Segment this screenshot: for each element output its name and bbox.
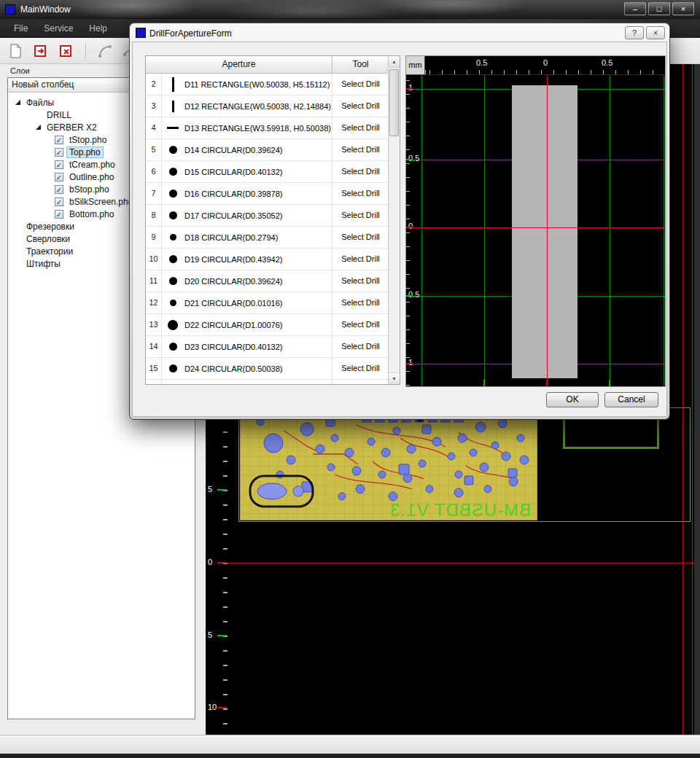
layer-checkbox[interactable]: ✓ bbox=[55, 210, 63, 219]
aperture-cell: D25 CIRCULAR(D0.50038) bbox=[162, 380, 332, 384]
scrollbar-thumb[interactable] bbox=[389, 69, 399, 136]
row-number: 16 bbox=[146, 380, 162, 384]
preview-y-axis bbox=[547, 75, 548, 386]
window-controls: – □ × bbox=[624, 2, 694, 15]
canvas-green-guide bbox=[692, 64, 693, 735]
aperture-cell: D16 CIRCULAR(D0.39878) bbox=[162, 183, 332, 204]
cancel-button[interactable]: Cancel bbox=[604, 392, 658, 407]
aperture-row[interactable]: 12D21 CIRCULAR(D0.01016)Select Drill bbox=[146, 292, 389, 314]
select-drill-button[interactable]: Select Drill bbox=[332, 139, 389, 160]
tree-item-label: Файлы bbox=[24, 98, 56, 108]
minimize-button[interactable]: – bbox=[624, 2, 646, 15]
pcb-silkscreen-text: BM-USBDT V1.3 bbox=[389, 500, 531, 520]
scroll-up-icon[interactable]: ▲ bbox=[389, 56, 400, 68]
drill-for-aperture-dialog: DrillForApertureForm ? × Aperture Tool 2… bbox=[130, 23, 669, 419]
ruler-tick bbox=[406, 88, 413, 90]
aperture-cell: D14 CIRCULAR(D0.39624) bbox=[162, 139, 332, 160]
layer-checkbox[interactable]: ✓ bbox=[55, 160, 63, 169]
expander-icon[interactable] bbox=[36, 125, 44, 130]
row-number: 7 bbox=[146, 183, 162, 204]
select-drill-button[interactable]: Select Drill bbox=[332, 249, 389, 270]
column-header-aperture[interactable]: Aperture bbox=[146, 56, 332, 73]
preview-gridline bbox=[664, 75, 664, 386]
new-file-button[interactable] bbox=[6, 42, 25, 60]
select-drill-button[interactable]: Select Drill bbox=[332, 205, 389, 226]
close-file-button[interactable] bbox=[57, 42, 76, 60]
maximize-button[interactable]: □ bbox=[648, 2, 670, 15]
aperture-row[interactable]: 14D23 CIRCULAR(D0.40132)Select Drill bbox=[146, 336, 389, 358]
dialog-help-button[interactable]: ? bbox=[625, 26, 644, 39]
row-number: 8 bbox=[146, 205, 162, 226]
layer-checkbox[interactable]: ✓ bbox=[55, 148, 63, 157]
new-file-icon bbox=[7, 43, 23, 59]
layer-checkbox[interactable]: ✓ bbox=[55, 198, 63, 206]
select-drill-button[interactable]: Select Drill bbox=[332, 270, 389, 292]
board-cutout-outline bbox=[563, 417, 659, 449]
arc-tool-button[interactable] bbox=[96, 42, 114, 60]
dialog-close-button[interactable]: × bbox=[646, 26, 665, 39]
aperture-row[interactable]: 5D14 CIRCULAR(D0.39624)Select Drill bbox=[146, 139, 389, 161]
select-drill-button[interactable]: Select Drill bbox=[332, 227, 389, 248]
select-drill-button[interactable]: Select Drill bbox=[332, 314, 389, 335]
layer-checkbox[interactable]: ✓ bbox=[55, 173, 63, 181]
aperture-row[interactable]: 10D19 CIRCULAR(D0.43942)Select Drill bbox=[146, 249, 389, 270]
select-drill-button[interactable]: Select Drill bbox=[332, 95, 389, 117]
aperture-row[interactable]: 9D18 CIRCULAR(D0.2794)Select Drill bbox=[146, 227, 389, 249]
ok-button[interactable]: OK bbox=[546, 392, 599, 407]
open-gerber-button[interactable] bbox=[31, 42, 50, 60]
row-number: 9 bbox=[146, 227, 162, 248]
tree-item-label: DRILL bbox=[44, 110, 74, 120]
aperture-cell: D20 CIRCULAR(D0.39624) bbox=[162, 270, 332, 292]
ruler-unit-label: mm bbox=[406, 56, 425, 75]
aperture-shape-icon bbox=[166, 168, 179, 176]
aperture-cell: D23 CIRCULAR(D0.40132) bbox=[162, 336, 332, 357]
aperture-row[interactable]: 7D16 CIRCULAR(D0.39878)Select Drill bbox=[146, 183, 389, 205]
ruler-label: 5 bbox=[208, 485, 212, 493]
aperture-label: D18 CIRCULAR(D0.2794) bbox=[184, 233, 278, 242]
select-drill-button[interactable]: Select Drill bbox=[332, 117, 389, 138]
aperture-row[interactable]: 3D12 RECTANGLE(W0.50038, H2.14884)Select… bbox=[146, 95, 389, 117]
aperture-row[interactable]: 2D11 RECTANGLE(W0.50038, H5.15112)Select… bbox=[146, 74, 389, 95]
aperture-shape-icon bbox=[166, 364, 179, 372]
ruler-label: 0 bbox=[208, 558, 212, 566]
aperture-label: D19 CIRCULAR(D0.43942) bbox=[184, 255, 283, 264]
aperture-row[interactable]: 16D25 CIRCULAR(D0.50038)Select Drill bbox=[146, 380, 389, 384]
menu-service[interactable]: Service bbox=[36, 20, 81, 36]
aperture-row[interactable]: 4D13 RECTANGLE(W3.59918, H0.50038)Select… bbox=[146, 117, 389, 139]
row-number: 3 bbox=[146, 95, 162, 117]
ruler-label: 0.5 bbox=[408, 290, 419, 299]
close-button[interactable]: × bbox=[672, 2, 694, 15]
select-drill-button[interactable]: Select Drill bbox=[332, 380, 389, 384]
ruler-tick bbox=[609, 380, 610, 386]
preview-gridline bbox=[484, 75, 485, 386]
aperture-row[interactable]: 11D20 CIRCULAR(D0.39624)Select Drill bbox=[146, 270, 389, 292]
dialog-titlebar[interactable]: DrillForApertureForm ? × bbox=[132, 26, 667, 42]
ruler-label: 1 bbox=[408, 358, 413, 367]
select-drill-button[interactable]: Select Drill bbox=[332, 161, 389, 182]
table-scrollbar[interactable]: ▲ ▼ bbox=[388, 56, 400, 384]
select-drill-button[interactable]: Select Drill bbox=[332, 74, 389, 95]
select-drill-button[interactable]: Select Drill bbox=[332, 183, 389, 204]
aperture-row[interactable]: 8D17 CIRCULAR(D0.35052)Select Drill bbox=[146, 205, 389, 227]
aperture-row[interactable]: 6D15 CIRCULAR(D0.40132)Select Drill bbox=[146, 161, 389, 183]
aperture-row[interactable]: 13D22 CIRCULAR(D1.00076)Select Drill bbox=[146, 314, 389, 336]
aperture-preview: mm 0.5 0 0.5 1 0.5 0 0.5 1 bbox=[405, 55, 666, 387]
column-header-tool[interactable]: Tool bbox=[332, 56, 389, 73]
scroll-down-icon[interactable]: ▼ bbox=[389, 372, 400, 384]
select-drill-button[interactable]: Select Drill bbox=[332, 292, 389, 313]
menu-file[interactable]: File bbox=[6, 20, 36, 36]
aperture-cell: D18 CIRCULAR(D0.2794) bbox=[162, 227, 332, 248]
select-drill-button[interactable]: Select Drill bbox=[332, 336, 389, 357]
canvas-x-axis bbox=[227, 563, 694, 563]
window-frame-bottom bbox=[0, 754, 700, 758]
tree-item-label: Сверловки bbox=[24, 234, 72, 244]
aperture-table: Aperture Tool 2D11 RECTANGLE(W0.50038, H… bbox=[145, 55, 400, 385]
aperture-row[interactable]: 15D24 CIRCULAR(D0.50038)Select Drill bbox=[146, 358, 389, 380]
expander-icon[interactable] bbox=[15, 100, 24, 105]
tree-item-label: GERBER X2 bbox=[44, 122, 99, 133]
layer-checkbox[interactable]: ✓ bbox=[55, 185, 63, 194]
select-drill-button[interactable]: Select Drill bbox=[332, 358, 389, 379]
layer-checkbox[interactable]: ✓ bbox=[55, 136, 63, 144]
tree-item-label: Траектории bbox=[24, 246, 75, 257]
menu-help[interactable]: Help bbox=[81, 20, 115, 36]
